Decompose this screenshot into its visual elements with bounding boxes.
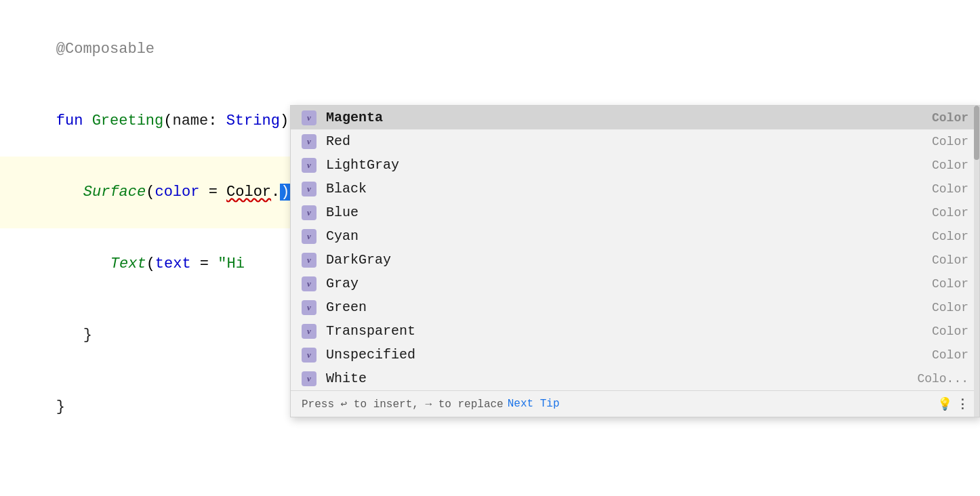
autocomplete-item-darkgray[interactable]: v DarkGray Color [291,248,979,272]
item-type-white: Colo... [917,372,968,386]
autocomplete-item-black[interactable]: v Black Color [291,177,979,201]
keyword-fun: fun [56,112,92,129]
item-icon-transparent: v [302,324,317,339]
function-name: Greeting [92,112,164,129]
item-type-gray: Color [932,277,968,291]
colon: : [208,112,226,129]
item-type-transparent: Color [932,325,968,338]
autocomplete-item-blue[interactable]: v Blue Color [291,201,979,224]
close-brace-1: } [83,327,92,344]
surface-fn: Surface [83,184,146,201]
item-icon-green: v [302,300,317,315]
autocomplete-item-transparent[interactable]: v Transparent Color [291,319,979,343]
item-icon-lightgray: v [302,158,317,173]
autocomplete-item-magenta[interactable]: v Magenta Color [291,106,979,129]
item-icon-black: v [302,182,317,197]
item-icon-white: v [302,371,317,386]
autocomplete-item-gray[interactable]: v Gray Color [291,272,979,295]
item-label-black: Black [326,181,932,197]
color-squiggly: Color [226,184,271,201]
item-label-red: Red [326,133,932,149]
code-line-1: @Composable [20,14,960,85]
autocomplete-footer: Press ↩ to insert, → to replace Next Tip… [291,390,979,417]
item-icon-red: v [302,134,317,149]
bulb-icon[interactable]: 💡 [937,396,952,411]
item-icon-cyan: v [302,229,317,244]
eq2: = [191,255,218,272]
item-label-white: White [326,371,917,386]
more-options-icon[interactable]: ⋮ [956,396,968,411]
item-label-cyan: Cyan [326,228,932,244]
autocomplete-item-red[interactable]: v Red Color [291,129,979,153]
footer-hint-text: Press ↩ to insert, → to replace [302,397,504,411]
item-type-green: Color [932,301,968,314]
dot: . [271,184,280,201]
item-label-green: Green [326,299,932,315]
text-fn: Text [110,255,146,272]
autocomplete-list: v Magenta Color v Red Color v LightGray … [291,106,979,390]
text-param: text [155,255,191,272]
item-type-red: Color [932,135,968,148]
dropdown-scrollbar[interactable] [974,106,979,417]
item-icon-magenta: v [302,110,317,125]
close-brace-2: } [56,398,65,415]
item-type-magenta: Color [932,111,968,125]
item-type-blue: Color [932,206,968,220]
item-label-transparent: Transparent [326,323,932,339]
param-name: name [172,112,208,129]
item-label-magenta: Magenta [326,110,932,125]
item-label-darkgray: DarkGray [326,252,932,268]
item-type-lightgray: Color [932,159,968,172]
autocomplete-dropdown: v Magenta Color v Red Color v LightGray … [290,105,980,417]
autocomplete-item-cyan[interactable]: v Cyan Color [291,224,979,248]
type-string: String [226,112,280,129]
string-hi: "Hi [218,255,245,272]
item-type-darkgray: Color [932,253,968,267]
item-type-black: Color [932,182,968,196]
item-icon-unspecified: v [302,348,317,363]
item-label-unspecified: Unspecified [326,347,932,363]
paren3: ( [146,255,155,272]
item-label-gray: Gray [326,276,932,291]
paren-open: ( [163,112,172,129]
autocomplete-item-unspecified[interactable]: v Unspecified Color [291,343,979,367]
cursor: ) [280,184,290,201]
eq: = [199,184,226,201]
annotation-composable: @Composable [56,41,155,58]
paren2: ( [146,184,155,201]
color-param: color [155,184,199,201]
item-type-cyan: Color [932,230,968,243]
item-icon-gray: v [302,276,317,291]
item-type-unspecified: Color [932,348,968,362]
item-label-blue: Blue [326,205,932,220]
autocomplete-item-green[interactable]: v Green Color [291,295,979,319]
autocomplete-item-white[interactable]: v White Colo... [291,367,979,390]
item-icon-blue: v [302,205,317,220]
scrollbar-thumb [974,106,979,160]
item-label-lightgray: LightGray [326,157,932,173]
autocomplete-item-lightgray[interactable]: v LightGray Color [291,153,979,177]
item-icon-darkgray: v [302,253,317,268]
next-tip-button[interactable]: Next Tip [508,398,560,410]
